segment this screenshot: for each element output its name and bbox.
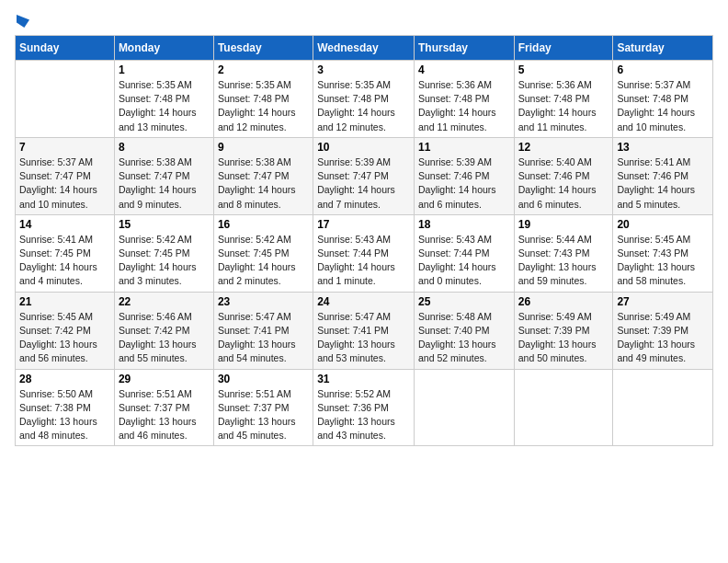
day-info: Sunrise: 5:45 AMSunset: 7:43 PMDaylight:… <box>617 233 709 289</box>
day-info: Sunrise: 5:35 AMSunset: 7:48 PMDaylight:… <box>119 78 210 134</box>
table-cell: 11Sunrise: 5:39 AMSunset: 7:46 PMDayligh… <box>414 137 514 214</box>
day-number: 10 <box>317 141 410 154</box>
table-cell: 10Sunrise: 5:39 AMSunset: 7:47 PMDayligh… <box>313 137 415 214</box>
day-info: Sunrise: 5:47 AMSunset: 7:41 PMDaylight:… <box>218 310 309 366</box>
table-cell: 24Sunrise: 5:47 AMSunset: 7:41 PMDayligh… <box>313 292 415 369</box>
day-info: Sunrise: 5:39 AMSunset: 7:46 PMDaylight:… <box>418 155 510 212</box>
weekday-header-tuesday: Tuesday <box>213 36 313 61</box>
table-cell: 5Sunrise: 5:36 AMSunset: 7:48 PMDaylight… <box>514 61 613 138</box>
week-row-1: 1Sunrise: 5:35 AMSunset: 7:48 PMDaylight… <box>16 61 713 138</box>
table-cell: 26Sunrise: 5:49 AMSunset: 7:39 PMDayligh… <box>514 292 613 369</box>
day-info: Sunrise: 5:37 AMSunset: 7:47 PMDaylight:… <box>19 155 110 212</box>
week-row-3: 14Sunrise: 5:41 AMSunset: 7:45 PMDayligh… <box>16 214 713 292</box>
day-number: 3 <box>317 63 410 76</box>
day-number: 5 <box>518 63 609 76</box>
day-number: 8 <box>119 141 210 154</box>
table-cell: 31Sunrise: 5:52 AMSunset: 7:36 PMDayligh… <box>313 369 415 446</box>
table-cell: 28Sunrise: 5:50 AMSunset: 7:38 PMDayligh… <box>16 369 115 446</box>
day-number: 28 <box>19 373 110 385</box>
day-info: Sunrise: 5:42 AMSunset: 7:45 PMDaylight:… <box>119 233 210 289</box>
table-cell: 17Sunrise: 5:43 AMSunset: 7:44 PMDayligh… <box>313 214 415 292</box>
day-number: 26 <box>518 295 609 308</box>
day-number: 15 <box>119 218 210 231</box>
day-number: 12 <box>518 141 609 154</box>
day-number: 13 <box>617 141 709 154</box>
table-cell: 20Sunrise: 5:45 AMSunset: 7:43 PMDayligh… <box>613 214 713 292</box>
day-number: 11 <box>418 141 510 154</box>
table-cell: 25Sunrise: 5:48 AMSunset: 7:40 PMDayligh… <box>414 292 514 369</box>
day-number: 25 <box>418 295 510 308</box>
day-info: Sunrise: 5:50 AMSunset: 7:38 PMDaylight:… <box>19 387 110 443</box>
day-number: 27 <box>617 295 709 308</box>
day-number: 19 <box>518 218 609 231</box>
table-cell: 1Sunrise: 5:35 AMSunset: 7:48 PMDaylight… <box>114 61 213 138</box>
day-info: Sunrise: 5:48 AMSunset: 7:40 PMDaylight:… <box>418 310 510 366</box>
weekday-header-thursday: Thursday <box>414 36 514 61</box>
weekday-header-sunday: Sunday <box>16 36 115 61</box>
day-info: Sunrise: 5:41 AMSunset: 7:46 PMDaylight:… <box>617 155 709 212</box>
week-row-2: 7Sunrise: 5:37 AMSunset: 7:47 PMDaylight… <box>16 137 713 214</box>
day-number: 17 <box>317 218 410 231</box>
table-cell <box>414 369 514 446</box>
day-number: 29 <box>119 373 210 385</box>
day-number: 9 <box>218 141 309 154</box>
day-info: Sunrise: 5:52 AMSunset: 7:36 PMDaylight:… <box>317 387 410 443</box>
table-cell: 9Sunrise: 5:38 AMSunset: 7:47 PMDaylight… <box>213 137 313 214</box>
day-number: 7 <box>19 141 110 154</box>
day-info: Sunrise: 5:46 AMSunset: 7:42 PMDaylight:… <box>119 310 210 366</box>
day-info: Sunrise: 5:42 AMSunset: 7:45 PMDaylight:… <box>218 233 309 289</box>
day-number: 18 <box>418 218 510 231</box>
day-info: Sunrise: 5:35 AMSunset: 7:48 PMDaylight:… <box>317 78 410 134</box>
day-info: Sunrise: 5:44 AMSunset: 7:43 PMDaylight:… <box>518 233 609 289</box>
day-number: 4 <box>418 63 510 76</box>
weekday-header-row: SundayMondayTuesdayWednesdayThursdayFrid… <box>16 36 713 61</box>
weekday-header-monday: Monday <box>114 36 213 61</box>
day-info: Sunrise: 5:38 AMSunset: 7:47 PMDaylight:… <box>119 155 210 212</box>
day-number: 22 <box>119 295 210 308</box>
day-number: 16 <box>218 218 309 231</box>
table-cell: 22Sunrise: 5:46 AMSunset: 7:42 PMDayligh… <box>114 292 213 369</box>
table-cell <box>613 369 713 446</box>
table-cell: 8Sunrise: 5:38 AMSunset: 7:47 PMDaylight… <box>114 137 213 214</box>
day-info: Sunrise: 5:43 AMSunset: 7:44 PMDaylight:… <box>418 233 510 289</box>
table-cell: 12Sunrise: 5:40 AMSunset: 7:46 PMDayligh… <box>514 137 613 214</box>
day-info: Sunrise: 5:36 AMSunset: 7:48 PMDaylight:… <box>518 78 609 134</box>
table-cell: 6Sunrise: 5:37 AMSunset: 7:48 PMDaylight… <box>613 61 713 138</box>
day-info: Sunrise: 5:40 AMSunset: 7:46 PMDaylight:… <box>518 155 609 212</box>
table-cell: 27Sunrise: 5:49 AMSunset: 7:39 PMDayligh… <box>613 292 713 369</box>
day-info: Sunrise: 5:43 AMSunset: 7:44 PMDaylight:… <box>317 233 410 289</box>
header <box>15 15 713 28</box>
table-cell: 19Sunrise: 5:44 AMSunset: 7:43 PMDayligh… <box>514 214 613 292</box>
table-cell: 4Sunrise: 5:36 AMSunset: 7:48 PMDaylight… <box>414 61 514 138</box>
day-info: Sunrise: 5:41 AMSunset: 7:45 PMDaylight:… <box>19 233 110 289</box>
day-info: Sunrise: 5:45 AMSunset: 7:42 PMDaylight:… <box>19 310 110 366</box>
day-info: Sunrise: 5:35 AMSunset: 7:48 PMDaylight:… <box>218 78 309 134</box>
day-info: Sunrise: 5:36 AMSunset: 7:48 PMDaylight:… <box>418 78 510 134</box>
day-info: Sunrise: 5:37 AMSunset: 7:48 PMDaylight:… <box>617 78 709 134</box>
calendar: SundayMondayTuesdayWednesdayThursdayFrid… <box>15 35 713 446</box>
day-number: 2 <box>218 63 309 76</box>
table-cell: 23Sunrise: 5:47 AMSunset: 7:41 PMDayligh… <box>213 292 313 369</box>
table-cell: 30Sunrise: 5:51 AMSunset: 7:37 PMDayligh… <box>213 369 313 446</box>
table-cell <box>514 369 613 446</box>
day-info: Sunrise: 5:51 AMSunset: 7:37 PMDaylight:… <box>119 387 210 443</box>
weekday-header-saturday: Saturday <box>613 36 713 61</box>
weekday-header-friday: Friday <box>514 36 613 61</box>
table-cell <box>16 61 115 138</box>
week-row-5: 28Sunrise: 5:50 AMSunset: 7:38 PMDayligh… <box>16 369 713 446</box>
day-number: 23 <box>218 295 309 308</box>
day-info: Sunrise: 5:39 AMSunset: 7:47 PMDaylight:… <box>317 155 410 212</box>
table-cell: 14Sunrise: 5:41 AMSunset: 7:45 PMDayligh… <box>16 214 115 292</box>
week-row-4: 21Sunrise: 5:45 AMSunset: 7:42 PMDayligh… <box>16 292 713 369</box>
day-number: 6 <box>617 63 709 76</box>
table-cell: 7Sunrise: 5:37 AMSunset: 7:47 PMDaylight… <box>16 137 115 214</box>
day-info: Sunrise: 5:38 AMSunset: 7:47 PMDaylight:… <box>218 155 309 212</box>
table-cell: 3Sunrise: 5:35 AMSunset: 7:48 PMDaylight… <box>313 61 415 138</box>
day-info: Sunrise: 5:51 AMSunset: 7:37 PMDaylight:… <box>218 387 309 443</box>
weekday-header-wednesday: Wednesday <box>313 36 415 61</box>
day-number: 30 <box>218 373 309 385</box>
day-number: 24 <box>317 295 410 308</box>
day-number: 21 <box>19 295 110 308</box>
day-number: 1 <box>119 63 210 76</box>
table-cell: 2Sunrise: 5:35 AMSunset: 7:48 PMDaylight… <box>213 61 313 138</box>
